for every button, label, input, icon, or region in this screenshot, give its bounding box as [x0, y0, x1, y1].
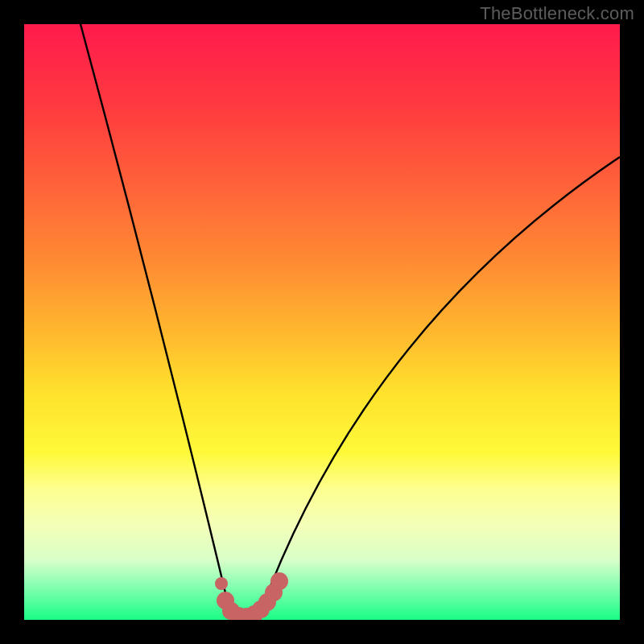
curve-layer	[24, 24, 620, 620]
right-curve	[258, 157, 620, 620]
valley-marker-group	[215, 572, 288, 620]
valley-dot	[270, 572, 288, 590]
plot-area	[24, 24, 620, 620]
left-curve	[80, 24, 232, 620]
attribution-text: TheBottleneck.com	[480, 3, 634, 24]
valley-dot	[215, 577, 228, 590]
chart-frame: TheBottleneck.com	[0, 0, 644, 644]
